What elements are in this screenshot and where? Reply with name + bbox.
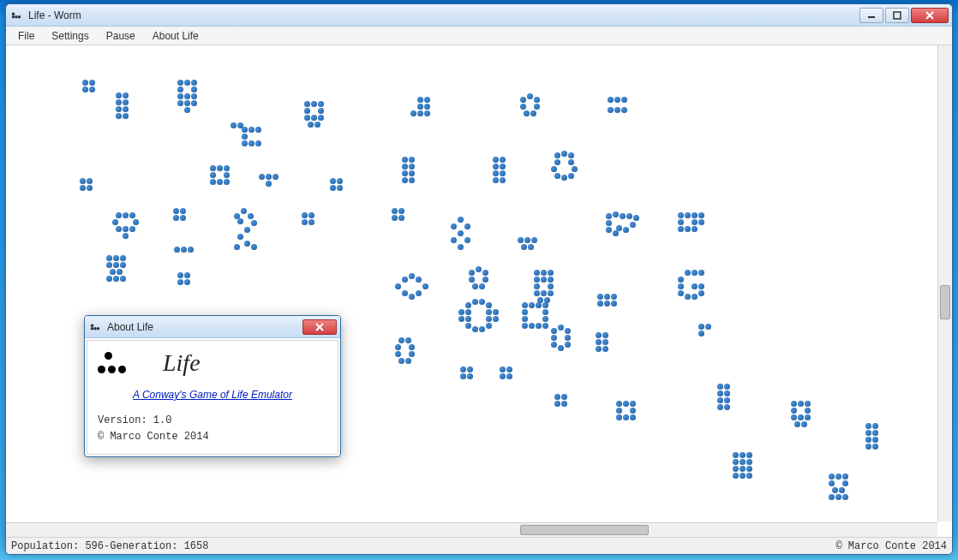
life-cell <box>113 255 119 261</box>
about-close-button[interactable] <box>302 319 337 335</box>
life-cell <box>251 220 257 226</box>
life-cell <box>548 283 554 289</box>
life-cell <box>805 408 811 414</box>
close-button[interactable] <box>911 8 949 23</box>
life-cell <box>872 430 878 436</box>
life-cell <box>724 397 730 403</box>
life-cell <box>116 212 122 218</box>
life-cell <box>529 323 535 329</box>
life-cell <box>409 164 415 170</box>
horizontal-scrollbar[interactable] <box>6 522 937 537</box>
life-cell <box>465 302 471 308</box>
menu-file[interactable]: File <box>9 28 43 44</box>
life-cell <box>467 366 473 372</box>
life-cell <box>524 110 530 116</box>
life-cell <box>486 309 492 315</box>
window-title: Life - Worm <box>28 9 858 21</box>
about-titlebar[interactable]: About Life <box>85 316 340 338</box>
menu-pause[interactable]: Pause <box>98 28 144 44</box>
life-cell <box>520 97 526 103</box>
life-cell <box>184 100 190 106</box>
life-cell <box>129 226 135 232</box>
life-cell <box>500 373 506 379</box>
life-cell <box>805 414 811 420</box>
horizontal-scrollbar-thumb[interactable] <box>520 525 649 535</box>
life-cell <box>530 110 536 116</box>
life-cell <box>181 247 187 253</box>
life-cell <box>613 230 619 236</box>
life-cell <box>551 328 557 334</box>
life-cell <box>318 108 324 114</box>
menu-settings[interactable]: Settings <box>43 28 97 44</box>
menu-about[interactable]: About Life <box>144 28 207 44</box>
life-cell <box>534 290 540 296</box>
life-cell <box>424 97 430 103</box>
life-cell <box>493 164 499 170</box>
life-cell <box>602 339 608 345</box>
life-cell <box>865 430 871 436</box>
life-cell <box>568 173 574 179</box>
life-cell <box>479 326 485 332</box>
life-cell <box>839 487 845 493</box>
life-cell <box>626 213 632 219</box>
about-link[interactable]: A Conway's Game of Life Emulator <box>98 389 327 401</box>
life-cell <box>791 414 797 420</box>
life-cell <box>188 247 194 253</box>
life-cell <box>409 170 415 176</box>
life-cell <box>244 227 250 233</box>
life-cell <box>184 107 190 113</box>
menubar: File Settings Pause About Life <box>6 27 952 45</box>
life-cell <box>528 244 534 250</box>
life-cell <box>458 244 464 250</box>
life-cell <box>542 309 548 315</box>
life-cell <box>842 494 848 500</box>
life-cell <box>746 466 752 472</box>
life-cell <box>506 373 512 379</box>
life-cell <box>177 279 183 285</box>
life-cell <box>521 244 527 250</box>
vertical-scrollbar[interactable] <box>937 45 952 521</box>
life-cell <box>234 213 240 219</box>
life-cell <box>224 172 230 178</box>
life-cell <box>116 226 122 232</box>
life-logo-icon <box>98 350 129 376</box>
life-logo-text: Life <box>163 349 201 377</box>
about-dialog[interactable]: About Life Life A Conway's Game of Life … <box>84 315 341 457</box>
life-grid[interactable] <box>6 45 952 537</box>
life-cell <box>698 219 704 225</box>
titlebar[interactable]: Life - Worm <box>6 4 952 27</box>
life-cell <box>409 177 415 183</box>
life-cell <box>678 219 684 225</box>
life-cell <box>308 122 314 128</box>
life-cell <box>602 332 608 338</box>
life-cell <box>82 86 88 92</box>
status-population-label: Population: <box>11 540 79 552</box>
life-cell <box>698 331 704 337</box>
life-cell <box>417 104 423 110</box>
vertical-scrollbar-thumb[interactable] <box>940 285 950 319</box>
life-cell <box>123 226 129 232</box>
life-cell <box>724 404 730 410</box>
life-cell <box>89 80 95 86</box>
life-cell <box>798 414 804 420</box>
canvas-area[interactable] <box>6 45 952 537</box>
maximize-button[interactable] <box>885 8 909 23</box>
minimize-button[interactable] <box>859 8 883 23</box>
life-cell <box>872 423 878 429</box>
life-cell <box>398 337 404 343</box>
life-cell <box>255 127 261 133</box>
life-cell <box>231 122 237 128</box>
life-cell <box>129 212 135 218</box>
life-cell <box>613 211 619 217</box>
life-cell <box>244 241 250 247</box>
life-cell <box>522 302 528 308</box>
life-cell <box>395 344 401 350</box>
life-cell <box>872 437 878 443</box>
life-cell <box>554 152 560 158</box>
life-cell <box>106 276 112 282</box>
life-cell <box>685 226 691 232</box>
life-cell <box>184 93 190 99</box>
life-cell <box>678 277 684 283</box>
life-cell <box>733 466 739 472</box>
life-cell <box>794 421 800 427</box>
